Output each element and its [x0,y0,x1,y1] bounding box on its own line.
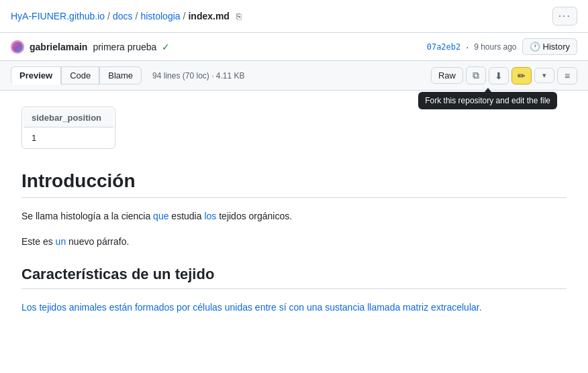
link-los[interactable]: los [204,211,216,221]
avatar [11,40,24,54]
view-tabs: Preview Code Blame [11,66,142,85]
tab-blame[interactable]: Blame [99,66,142,85]
tab-preview[interactable]: Preview [11,66,61,85]
breadcrumb-filename: index.md [188,11,229,21]
breadcrumb-sep3: / [183,11,186,21]
breadcrumb-docs-link[interactable]: docs [113,11,133,21]
copy-path-icon[interactable]: ⎘ [236,11,242,21]
edit-pencil-icon: ✏ [518,70,526,81]
heading-caracteristicas: Características de un tejido [21,266,567,289]
toolbar-actions: Raw ⧉ ⬇ ✏ ▾ ≡ Fork this repository and e… [431,66,577,85]
edit-button[interactable]: ✏ [511,67,532,85]
commit-sha-link[interactable]: 07a2eb2 [427,42,461,52]
commit-info-right: 07a2eb2 · 9 hours ago 🕐 History [427,38,577,55]
breadcrumb-histologia-link[interactable]: histologia [140,11,180,21]
tooltip-text: Fork this repository and edit the file [418,92,557,109]
history-button[interactable]: 🕐 History [522,38,577,55]
commit-author[interactable]: gabrielamain [30,42,87,52]
tooltip: Fork this repository and edit the file [418,92,557,109]
breadcrumb: HyA-FIUNER.github.io / docs / histologia… [11,11,242,21]
breadcrumb-bar: HyA-FIUNER.github.io / docs / histologia… [0,0,588,33]
more-options-button[interactable]: ··· [552,7,577,25]
link-paragraph3[interactable]: Los tejidos animales están formados por … [21,302,482,313]
paragraph-2: Este es un nuevo párrafo. [21,234,567,249]
breadcrumb-repo-link[interactable]: HyA-FIUNER.github.io [11,11,105,21]
file-toolbar: Preview Code Blame 94 lines (70 loc) · 4… [0,61,588,91]
edit-dropdown-button[interactable]: ▾ [534,68,554,83]
frontmatter-value: 1 [23,129,113,147]
symbols-button[interactable]: ≡ [557,67,577,85]
file-meta: 94 lines (70 loc) · 4.11 KB [152,71,244,81]
commit-check-icon: ✓ [162,42,170,52]
file-content: sidebar_position 1 Introducción Se llama… [0,91,588,341]
link-un[interactable]: un [56,236,66,247]
chevron-down-icon: ▾ [542,71,546,80]
heading-introduccion: Introducción [21,170,567,198]
commit-info-left: gabrielamain primera prueba ✓ [11,40,170,54]
copy-icon: ⧉ [473,70,479,81]
raw-button[interactable]: Raw [431,67,463,84]
paragraph-1: Se llama histología a la ciencia que est… [21,209,567,223]
link-que[interactable]: que [153,211,168,221]
paragraph-3: Los tejidos animales están formados por … [21,300,567,315]
commit-bar: gabrielamain primera prueba ✓ 07a2eb2 · … [0,33,588,61]
breadcrumb-sep2: / [136,11,138,21]
lines-icon: ≡ [565,70,570,81]
download-button[interactable]: ⬇ [489,67,509,85]
frontmatter-header-row: sidebar_position [23,109,113,127]
tabs-and-meta: Preview Code Blame 94 lines (70 loc) · 4… [11,66,245,85]
frontmatter-table: sidebar_position 1 [21,107,115,149]
tab-code[interactable]: Code [61,66,99,85]
download-icon: ⬇ [495,70,503,81]
history-label: History [543,42,570,52]
commit-message: primera prueba [93,42,156,52]
commit-separator: · [466,42,469,52]
frontmatter-key: sidebar_position [23,109,113,127]
copy-content-button[interactable]: ⧉ [466,66,486,85]
clock-icon: 🕐 [530,42,540,52]
breadcrumb-sep1: / [107,11,110,21]
frontmatter-value-row: 1 [23,129,113,147]
commit-time: 9 hours ago [474,42,516,52]
